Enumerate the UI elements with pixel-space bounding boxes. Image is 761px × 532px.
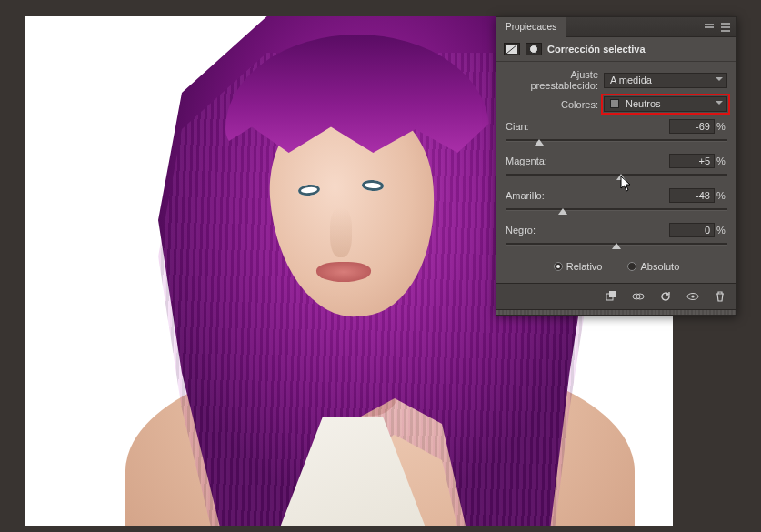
radio-dot-icon	[554, 262, 563, 271]
slider-value-input[interactable]: 0	[669, 223, 715, 237]
panel-menu-icon[interactable]	[720, 22, 731, 33]
slider-thumb[interactable]	[616, 169, 626, 180]
slider-unit: %	[715, 225, 727, 236]
slider-label: Cian:	[506, 121, 669, 132]
colors-value: Neutros	[626, 98, 661, 109]
panel-footer	[496, 283, 736, 309]
colors-label: Colores:	[506, 99, 604, 110]
slider-thumb[interactable]	[535, 135, 544, 146]
radio-relative[interactable]: Relativo	[554, 261, 603, 272]
adjustment-icon	[504, 43, 520, 55]
slider-label: Amarillo:	[506, 190, 669, 201]
svg-rect-3	[609, 291, 616, 297]
reset-button[interactable]	[656, 289, 675, 304]
color-swatch-icon	[610, 99, 619, 108]
slider-value-input[interactable]: -48	[669, 188, 715, 203]
slider-label: Magenta:	[506, 156, 669, 166]
svg-point-7	[691, 295, 694, 297]
slider-track[interactable]	[506, 136, 727, 145]
resize-grip[interactable]	[496, 309, 736, 315]
clip-to-layer-button[interactable]	[602, 289, 620, 304]
slider-magenta: Magenta:+5%	[506, 154, 727, 179]
slider-value-input[interactable]: +5	[669, 154, 715, 168]
visibility-button[interactable]	[684, 289, 702, 304]
svg-point-1	[530, 45, 538, 54]
method-radio-group: Relativo Absoluto	[506, 261, 727, 272]
panel-body: Ajuste preestablecido: A medida Colores:…	[496, 62, 736, 283]
preset-label: Ajuste preestablecido:	[506, 69, 604, 91]
collapse-icon[interactable]	[704, 22, 715, 33]
slider-negro: Negro:0%	[506, 223, 727, 248]
panel-tab-properties[interactable]: Propiedades	[496, 17, 566, 37]
preset-value: A medida	[610, 75, 652, 85]
slider-thumb[interactable]	[558, 204, 567, 215]
slider-unit: %	[715, 190, 727, 201]
properties-panel: Propiedades Corrección selectiva Ajuste …	[496, 16, 737, 316]
slider-unit: %	[715, 156, 727, 166]
radio-relative-label: Relativo	[566, 261, 603, 272]
slider-track[interactable]	[506, 170, 727, 179]
slider-unit: %	[715, 121, 727, 132]
radio-absolute-label: Absoluto	[640, 261, 679, 272]
slider-track[interactable]	[506, 205, 727, 214]
radio-absolute[interactable]: Absoluto	[627, 261, 679, 272]
radio-dot-icon	[627, 262, 636, 271]
slider-label: Negro:	[506, 225, 669, 236]
colors-dropdown[interactable]: Neutros	[604, 96, 727, 112]
slider-amarillo: Amarillo:-48%	[506, 188, 727, 214]
delete-button[interactable]	[711, 289, 729, 304]
panel-header: Corrección selectiva	[496, 37, 736, 62]
view-previous-button[interactable]	[629, 289, 647, 304]
slider-value-input[interactable]: -69	[669, 119, 715, 134]
mask-icon[interactable]	[526, 43, 542, 55]
slider-thumb[interactable]	[612, 238, 621, 249]
preset-dropdown[interactable]: A medida	[604, 73, 727, 88]
panel-title: Corrección selectiva	[547, 44, 646, 55]
slider-cian: Cian:-69%	[506, 119, 727, 145]
panel-tabbar: Propiedades	[496, 17, 736, 37]
slider-track[interactable]	[506, 239, 727, 248]
